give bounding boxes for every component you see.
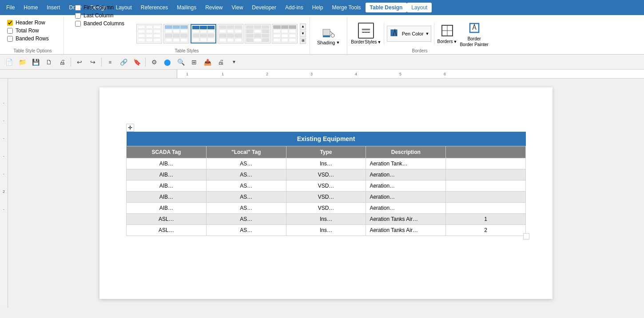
toolbar-print2[interactable]: 🖨	[215, 56, 227, 68]
table-style-thumb-6[interactable]	[272, 24, 298, 43]
menu-developer[interactable]: Developer	[247, 3, 281, 12]
cell-num-6: 1	[446, 214, 526, 225]
border-styles-label[interactable]: Border Styles ▼	[351, 39, 381, 44]
toolbar: 📄 📁 💾 🗋 🖨 ↩ ↪ ≡ 🔗 🔖 ⚙ ⬤ 🔍 ⊞ 📤 🖨 ▼	[0, 55, 644, 70]
banded-rows-option[interactable]: Banded Rows	[5, 35, 51, 43]
border-styles-icon[interactable]	[358, 23, 374, 39]
border-painter-icon	[468, 22, 481, 34]
menu-review[interactable]: Review	[201, 3, 227, 12]
cell-local-5: AS…	[206, 203, 286, 214]
cell-local-6: AS…	[206, 214, 286, 225]
table-row: AIB… AS… VSD… Aeration…	[127, 169, 526, 181]
menu-addins[interactable]: Add-ins	[281, 3, 308, 12]
last-column-label: Last Column	[83, 12, 113, 19]
menu-layout2[interactable]: Layout	[407, 3, 432, 12]
menu-mailings[interactable]: Mailings	[172, 3, 201, 12]
total-row-option[interactable]: Total Row	[5, 27, 41, 35]
table-row: ASL… AS… Ins… Aeration Tanks Air… 1	[127, 214, 526, 225]
shading-button[interactable]: Shading ▼	[314, 26, 343, 47]
shading-dropdown-arrow[interactable]: ▼	[336, 40, 340, 45]
pen-icon	[390, 28, 400, 39]
menu-insert[interactable]: Insert	[42, 3, 64, 12]
shading-group: Shading ▼	[310, 17, 347, 54]
toolbar-dropdown[interactable]: ▼	[228, 56, 240, 68]
cell-local-3: AS…	[206, 181, 286, 192]
menu-file[interactable]: File	[2, 3, 19, 12]
table-row: AIB… AS… VSD… Aeration…	[127, 192, 526, 203]
toolbar-search[interactable]: 🔍	[175, 56, 187, 68]
borders-arrow[interactable]: ▼	[453, 39, 457, 44]
banded-rows-checkbox[interactable]	[7, 36, 13, 42]
first-column-checkbox[interactable]	[75, 5, 81, 11]
header-row-option[interactable]: Header Row	[5, 19, 47, 27]
banded-columns-option[interactable]: Banded Columns	[73, 20, 126, 27]
pen-color-arrow[interactable]: ▼	[425, 31, 429, 36]
toolbar-redo[interactable]: ↪	[87, 56, 99, 68]
toolbar-settings[interactable]: ⚙	[148, 56, 160, 68]
pen-color-label: Pen Color	[402, 31, 424, 36]
cell-num-5	[446, 203, 526, 214]
cell-num-1	[446, 158, 526, 169]
last-column-checkbox[interactable]	[75, 13, 81, 19]
header-row-checkbox[interactable]	[7, 20, 13, 26]
toolbar-print[interactable]: 🖨	[56, 56, 68, 68]
menu-table-design[interactable]: Table Design	[366, 3, 407, 12]
menu-merge-tools[interactable]: Merge Tools	[327, 3, 365, 12]
table-move-handle[interactable]: ✛	[126, 124, 134, 132]
gallery-up[interactable]: ▲	[300, 24, 306, 30]
toolbar-open[interactable]: 📁	[16, 56, 28, 68]
toolbar-save[interactable]: 💾	[29, 56, 42, 68]
cell-scada-3: AIB…	[127, 181, 207, 192]
table-resize-handle[interactable]	[523, 233, 529, 239]
table-style-thumb-3[interactable]	[191, 24, 216, 43]
last-column-option[interactable]: Last Column	[73, 12, 115, 20]
cell-type-3: VSD…	[286, 181, 366, 192]
border-styles-arrow[interactable]: ▼	[378, 40, 382, 44]
doc-page-area[interactable]: ✛ Existing Equipment SCADA Tag "Lo	[8, 79, 644, 308]
table-style-thumb-1[interactable]	[136, 24, 162, 43]
pen-color-selector[interactable]: Pen Color ▼	[387, 26, 431, 42]
border-painter-label: Border	[468, 36, 481, 41]
menu-home[interactable]: Home	[19, 3, 42, 12]
toolbar-circle[interactable]: ⬤	[161, 56, 174, 68]
cell-desc-4: Aeration…	[366, 192, 446, 203]
table-row: AIB… AS… VSD… Aeration…	[127, 203, 526, 214]
total-row-checkbox[interactable]	[7, 28, 13, 34]
first-column-label: First Column	[83, 4, 114, 11]
toolbar-undo[interactable]: ↩	[73, 56, 86, 68]
table-style-thumb-5[interactable]	[245, 24, 270, 43]
gallery-down[interactable]: ▼	[300, 31, 306, 37]
svg-line-3	[330, 31, 333, 34]
toolbar-new[interactable]: 📄	[3, 56, 15, 68]
toolbar-export[interactable]: 📤	[201, 56, 214, 68]
toolbar-field[interactable]: ≡	[104, 56, 116, 68]
cell-desc-5: Aeration…	[366, 203, 446, 214]
menu-help[interactable]: Help	[308, 3, 328, 12]
cell-type-2: VSD…	[286, 169, 366, 181]
table-style-thumb-2[interactable]	[163, 24, 189, 43]
first-column-option[interactable]: First Column	[73, 4, 115, 12]
cell-type-4: VSD…	[286, 192, 366, 203]
menu-view[interactable]: View	[227, 3, 248, 12]
shading-icon	[322, 27, 335, 40]
menu-references[interactable]: References	[136, 3, 172, 12]
border-painter-control: Border Border Painter	[460, 20, 488, 47]
toolbar-bookmark[interactable]: 🔖	[131, 56, 143, 68]
svg-rect-0	[323, 29, 330, 35]
cell-type-5: VSD…	[286, 203, 366, 214]
toolbar-doc[interactable]: 🗋	[43, 56, 55, 68]
table-style-options-group: Header Row Total Row Banded Rows First C…	[2, 17, 64, 54]
toolbar-sep-2	[101, 58, 102, 67]
border-painter-button[interactable]	[467, 20, 482, 35]
doc-area: - - - - - 2 - ✛ Existing Equipmen	[0, 79, 644, 308]
banded-columns-checkbox[interactable]	[75, 21, 81, 27]
borders-button[interactable]	[440, 23, 455, 38]
cell-local-4: AS…	[206, 192, 286, 203]
gallery-more[interactable]: ⊞	[300, 38, 306, 44]
table-style-thumb-4[interactable]	[218, 24, 243, 43]
borders-control: Borders ▼	[437, 23, 457, 44]
toolbar-merge[interactable]: 🔗	[117, 56, 130, 68]
borders-group: Border Styles ▼	[347, 17, 492, 54]
toolbar-table[interactable]: ⊞	[188, 56, 200, 68]
borders-label[interactable]: Borders ▼	[437, 39, 457, 44]
